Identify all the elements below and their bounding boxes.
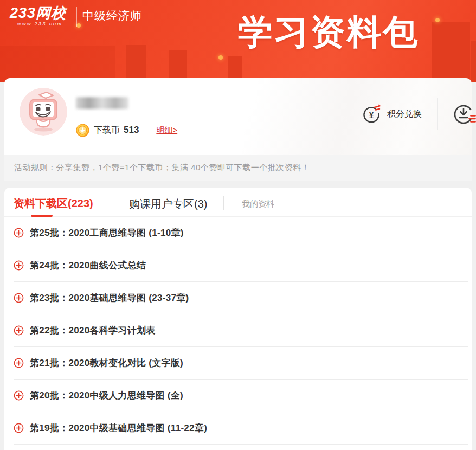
expand-plus-icon[interactable] — [14, 325, 24, 336]
mascot-avatar-image — [20, 88, 67, 136]
material-title: 第25批：2020工商思维导图 (1-10章) — [30, 227, 184, 239]
tabs-row: 资料下载区(223) 购课用户专区(3) 我的资料 — [4, 188, 472, 217]
coin-value: 513 — [124, 125, 139, 136]
tab-my-materials[interactable]: 我的资料 — [242, 199, 274, 209]
brand-logo-url: www.233.com — [17, 21, 66, 27]
points-exchange-label: 积分兑换 — [387, 108, 422, 120]
material-row[interactable]: 第20批：2020中级人力思维导图 (全) — [14, 380, 468, 412]
expand-plus-icon[interactable] — [14, 358, 24, 368]
svg-text:¥: ¥ — [369, 111, 374, 120]
page: 233网校 www.233.com 中级经济师 学习资料包 — [0, 0, 476, 450]
tab-divider — [223, 196, 224, 210]
decor-dot — [218, 55, 223, 60]
coin-detail-link[interactable]: 明细> — [156, 125, 177, 136]
decor-dot — [76, 23, 81, 28]
user-card: 下载币 513 明细> ¥ 积分兑换 — [4, 78, 472, 155]
vertical-divider — [437, 98, 438, 130]
brand-logo[interactable]: 233网校 www.233.com — [10, 5, 66, 27]
material-row[interactable]: 第19批：2020中级基础思维导图 (11-22章) — [14, 412, 468, 445]
material-title: 第23批：2020基础思维导图 (23-37章) — [30, 292, 189, 304]
material-title: 第21批：2020教材变化对比 (文字版) — [30, 357, 183, 369]
material-title: 第22批：2020各科学习计划表 — [30, 324, 156, 337]
active-tab-underline — [31, 215, 53, 217]
material-row[interactable]: 第25批：2020工商思维导图 (1-10章) — [14, 217, 468, 249]
download-center-button[interactable] — [452, 102, 476, 129]
activity-rules-text: 活动规则：分享集赞，1个赞=1个下载币；集满 40个赞即可下载一个批次资料！ — [14, 163, 310, 173]
download-icon — [452, 102, 476, 127]
expand-plus-icon[interactable] — [14, 228, 24, 238]
coin-label: 下载币 — [94, 125, 120, 136]
decor-dot — [435, 18, 440, 22]
avatar — [20, 88, 67, 136]
material-row[interactable]: 第21批：2020教材变化对比 (文字版) — [14, 347, 468, 380]
expand-plus-icon[interactable] — [14, 423, 24, 433]
decor-bar — [0, 46, 115, 82]
decor-bar — [126, 45, 146, 82]
material-title: 第19批：2020中级基础思维导图 (11-22章) — [30, 422, 207, 434]
tab-downloads[interactable]: 资料下载区(223) — [14, 196, 93, 211]
material-row[interactable]: 第22批：2020各科学习计划表 — [14, 314, 468, 347]
decor-bar — [432, 22, 470, 82]
coin-icon — [76, 124, 89, 137]
yen-exchange-icon: ¥ — [361, 104, 382, 124]
expand-plus-icon[interactable] — [14, 390, 24, 401]
material-row[interactable]: 第24批：2020曲线公式总结 — [14, 249, 468, 282]
materials-panel: 资料下载区(223) 购课用户专区(3) 我的资料 第25批：2020工商思维导… — [4, 188, 472, 450]
decor-bar — [471, 41, 476, 82]
brand-divider — [76, 7, 77, 27]
tab-purchased-zone[interactable]: 购课用户专区(3) — [129, 197, 207, 211]
expand-plus-icon[interactable] — [14, 293, 24, 303]
username-redacted — [76, 97, 128, 109]
brand-logo-text: 233网校 — [10, 5, 66, 21]
header-banner: 233网校 www.233.com 中级经济师 学习资料包 — [0, 0, 476, 82]
exam-name-link[interactable]: 中级经济师 — [82, 8, 142, 23]
tab-divider — [100, 196, 100, 210]
expand-plus-icon[interactable] — [14, 260, 24, 271]
download-coin-row: 下载币 513 明细> — [76, 123, 177, 138]
material-row[interactable]: 第23批：2020基础思维导图 (23-37章) — [14, 282, 468, 314]
material-title: 第24批：2020曲线公式总结 — [30, 259, 146, 272]
activity-rules-bar: 活动规则：分享集赞，1个赞=1个下载币；集满 40个赞即可下载一个批次资料！ — [4, 155, 472, 181]
material-list: 第25批：2020工商思维导图 (1-10章) 第24批：2020曲线公式总结 … — [14, 217, 468, 445]
material-title: 第20批：2020中级人力思维导图 (全) — [30, 389, 183, 402]
banner-title: 学习资料包 — [230, 12, 427, 54]
points-exchange-button[interactable]: ¥ 积分兑换 — [361, 103, 422, 125]
